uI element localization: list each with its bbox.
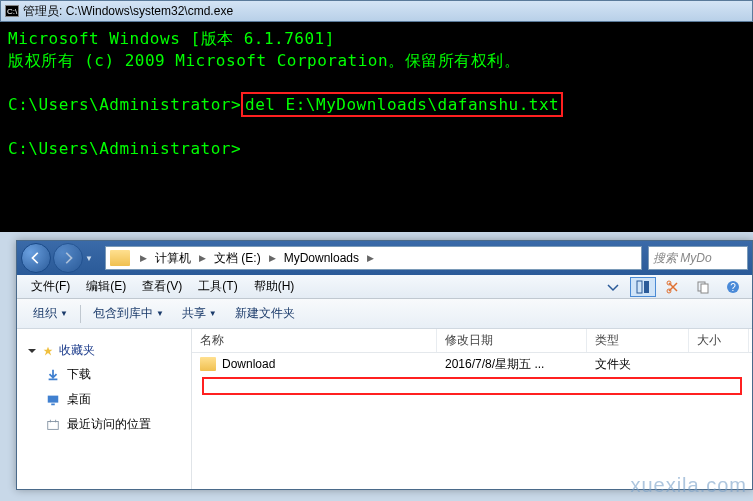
menu-view[interactable]: 查看(V) (134, 278, 190, 295)
star-icon (43, 346, 53, 356)
explorer-content: 名称 修改日期 类型 大小 Download 2016/7/8/星期五 ... … (192, 329, 752, 489)
sidebar-label: 下载 (67, 366, 91, 383)
nav-history-dropdown[interactable]: ▼ (85, 254, 99, 263)
breadcrumb-item[interactable]: 计算机 (153, 250, 193, 267)
cmd-command-highlight: del E:\MyDownloads\dafanshu.txt (241, 92, 563, 117)
sidebar-label: 桌面 (67, 391, 91, 408)
deleted-file-highlight (202, 377, 742, 395)
copy-button[interactable] (690, 277, 716, 297)
cmd-body[interactable]: Microsoft Windows [版本 6.1.7601] 版权所有 (c)… (0, 22, 753, 232)
chevron-right-icon: ▶ (134, 253, 153, 263)
cmd-prompt-1: C:\Users\Administrator>del E:\MyDownload… (8, 94, 745, 116)
sidebar-label: 最近访问的位置 (67, 416, 151, 433)
download-icon (45, 368, 61, 382)
svg-text:?: ? (730, 282, 736, 293)
cmd-title: 管理员: C:\Windows\system32\cmd.exe (23, 3, 233, 20)
menu-edit[interactable]: 编辑(E) (78, 278, 134, 295)
cmd-titlebar[interactable]: C:\ 管理员: C:\Windows\system32\cmd.exe (0, 0, 753, 22)
chevron-down-icon (605, 279, 621, 295)
copy-icon (695, 279, 711, 295)
back-button[interactable] (21, 243, 51, 273)
search-placeholder: 搜索 MyDo (653, 250, 712, 267)
watermark: xuexila.com (630, 474, 747, 497)
chevron-right-icon: ▶ (361, 253, 380, 263)
sidebar-favorites-header[interactable]: 收藏夹 (27, 339, 181, 362)
explorer-main: 收藏夹 下载 桌面 最近访问的位置 名称 修改日期 (17, 329, 752, 489)
table-row[interactable]: Download 2016/7/8/星期五 ... 文件夹 (192, 353, 752, 375)
arrow-left-icon (29, 251, 43, 265)
toolbar-share[interactable]: 共享▼ (176, 305, 223, 322)
toolbar-newfolder[interactable]: 新建文件夹 (229, 305, 301, 322)
column-name[interactable]: 名称 (192, 329, 437, 352)
explorer-toolbar: 组织▼ 包含到库中▼ 共享▼ 新建文件夹 (17, 299, 752, 329)
breadcrumb[interactable]: ▶ 计算机 ▶ 文档 (E:) ▶ MyDownloads ▶ (105, 246, 642, 270)
svg-rect-10 (48, 421, 59, 429)
recent-icon (45, 418, 61, 432)
svg-rect-1 (644, 281, 649, 293)
toolbar-include[interactable]: 包含到库中▼ (87, 305, 170, 322)
cmd-prompt-2: C:\Users\Administrator> (8, 138, 745, 160)
cmd-icon: C:\ (5, 5, 19, 17)
svg-rect-5 (701, 284, 708, 293)
cmd-prompt-prefix: C:\Users\Administrator> (8, 95, 241, 114)
breadcrumb-item[interactable]: 文档 (E:) (212, 250, 263, 267)
folder-icon (110, 250, 130, 266)
arrow-right-icon (61, 251, 75, 265)
svg-rect-8 (48, 395, 59, 402)
explorer-sidebar: 收藏夹 下载 桌面 最近访问的位置 (17, 329, 192, 489)
column-type[interactable]: 类型 (587, 329, 689, 352)
view-dropdown-button[interactable] (600, 277, 626, 297)
sidebar-label: 收藏夹 (59, 342, 95, 359)
list-header: 名称 修改日期 类型 大小 (192, 329, 752, 353)
svg-rect-0 (637, 281, 642, 293)
explorer-menubar: 文件(F) 编辑(E) 查看(V) 工具(T) 帮助(H) ? (17, 275, 752, 299)
toolbar-organize[interactable]: 组织▼ (27, 305, 74, 322)
sidebar-item-recent[interactable]: 最近访问的位置 (27, 412, 181, 437)
cmd-version-line: Microsoft Windows [版本 6.1.7601] (8, 28, 745, 50)
svg-rect-9 (51, 403, 55, 405)
separator (80, 305, 81, 323)
row-name: Download (222, 357, 275, 371)
cmd-copyright-line: 版权所有 (c) 2009 Microsoft Corporation。保留所有… (8, 50, 745, 72)
chevron-right-icon: ▶ (193, 253, 212, 263)
row-date: 2016/7/8/星期五 ... (437, 356, 587, 373)
list-rows: Download 2016/7/8/星期五 ... 文件夹 (192, 353, 752, 395)
help-icon: ? (725, 279, 741, 295)
explorer-navbar: ▼ ▶ 计算机 ▶ 文档 (E:) ▶ MyDownloads ▶ 搜索 MyD… (17, 241, 752, 275)
scissors-icon (665, 279, 681, 295)
column-size[interactable]: 大小 (689, 329, 749, 352)
sidebar-item-desktop[interactable]: 桌面 (27, 387, 181, 412)
pane-icon (635, 279, 651, 295)
column-date[interactable]: 修改日期 (437, 329, 587, 352)
sidebar-item-downloads[interactable]: 下载 (27, 362, 181, 387)
chevron-down-icon: ▼ (156, 309, 164, 318)
chevron-right-icon: ▶ (263, 253, 282, 263)
forward-button[interactable] (53, 243, 83, 273)
folder-icon (200, 357, 216, 371)
preview-pane-button[interactable] (630, 277, 656, 297)
chevron-down-icon: ▼ (60, 309, 68, 318)
menu-tools[interactable]: 工具(T) (190, 278, 245, 295)
cut-button[interactable] (660, 277, 686, 297)
breadcrumb-item[interactable]: MyDownloads (282, 251, 361, 265)
chevron-down-icon (27, 346, 37, 356)
desktop-icon (45, 393, 61, 407)
cmd-blank (8, 116, 745, 138)
help-button[interactable]: ? (720, 277, 746, 297)
menu-file[interactable]: 文件(F) (23, 278, 78, 295)
chevron-down-icon: ▼ (209, 309, 217, 318)
menu-help[interactable]: 帮助(H) (246, 278, 303, 295)
cmd-window: C:\ 管理员: C:\Windows\system32\cmd.exe Mic… (0, 0, 753, 232)
row-type: 文件夹 (587, 356, 689, 373)
cmd-blank (8, 72, 745, 94)
explorer-window: ▼ ▶ 计算机 ▶ 文档 (E:) ▶ MyDownloads ▶ 搜索 MyD… (16, 240, 753, 490)
search-input[interactable]: 搜索 MyDo (648, 246, 748, 270)
